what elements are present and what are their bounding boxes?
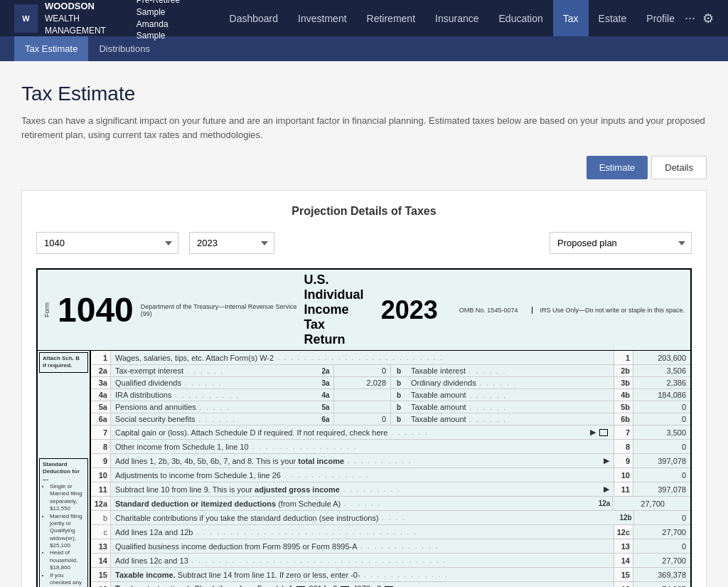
box-4a: 4a	[318, 389, 333, 401]
form-col-3b: b Ordinary dividends . . . . . . 3b 2,38…	[391, 377, 690, 388]
form-main-title: U.S. Individual Income Tax Return	[304, 273, 366, 347]
desc-9: Add lines 1, 2b, 3b, 4b, 5b, 6b, 7, and …	[111, 454, 614, 467]
form-row-5: 5a Pensions and annuities . . . . . 5a b	[91, 401, 690, 413]
box-b-6b: b	[391, 413, 407, 425]
omb-text: OMB No. 1545-0074	[459, 307, 518, 314]
form-row-12b: b Charitable contributions if you take t…	[91, 511, 690, 525]
box-5a: 5a	[318, 401, 333, 413]
year-dropdown[interactable]: 2023	[189, 232, 274, 254]
nav-right: ··· ⚙	[685, 11, 714, 26]
desc-13: Qualified business income deduction from…	[111, 539, 614, 553]
nav-investment[interactable]: Investment	[288, 0, 356, 36]
form-label-vertical: Form	[43, 302, 50, 317]
line-14: 14	[91, 554, 111, 567]
ref-5b: 5b	[614, 401, 633, 413]
box-b-2b: b	[391, 365, 407, 376]
val-5b: 0	[633, 401, 690, 413]
form-row-12c: c Add lines 12a and 12b . . . . . . . . …	[91, 525, 690, 539]
line-num-1: 1	[91, 351, 111, 364]
desc-11: Subtract line 10 from line 9. This is yo…	[111, 482, 614, 496]
desc-12a: Standard deduction or itemized deduction…	[111, 497, 596, 510]
estimate-button[interactable]: Estimate	[587, 156, 648, 179]
user-name: Pre-Retiree Sample	[136, 0, 198, 18]
desc-3a: Qualified dividends . . . . . .	[111, 377, 318, 388]
form-row-15: 15 Taxable income. Subtract line 14 from…	[91, 568, 690, 582]
page-content: Tax Estimate Taxes can have a significan…	[0, 61, 728, 587]
right-label-3b: Ordinary dividends . . . . . .	[407, 377, 614, 388]
right-label-6b: Taxable amount . . . . . .	[407, 413, 614, 425]
box-12b: 12b	[618, 511, 633, 524]
ref-12c: 12c	[614, 525, 633, 539]
desc-1: Wages, salaries, tips, etc. Attach Form(…	[111, 351, 614, 364]
ref-14: 14	[614, 554, 633, 567]
form-row-6: 6a Social security benefits . . . . . . …	[91, 413, 690, 425]
form-col-6a: 6a Social security benefits . . . . . . …	[91, 413, 391, 425]
form-col-4b: b Taxable amount . . . . . . 4b 184,086	[391, 389, 690, 401]
form-number: 1040	[58, 293, 134, 327]
desc-12c: Add lines 12a and 12b . . . . . . . . . …	[111, 525, 614, 539]
line-12a: 12a	[91, 497, 111, 510]
input-3a: 2,028	[333, 377, 390, 388]
nav-education[interactable]: Education	[489, 0, 553, 36]
input-4a	[333, 389, 390, 401]
nav-dashboard[interactable]: Dashboard	[220, 0, 289, 36]
ref-9: 9	[614, 454, 633, 467]
sub-nav-tax-estimate[interactable]: Tax Estimate	[14, 36, 88, 61]
ref-10: 10	[614, 468, 633, 482]
top-navigation: W WOODSON WEALTH MANAGEMENT Pre-Retiree …	[0, 0, 728, 36]
val-11: 397,078	[633, 482, 690, 496]
line-13: 13	[91, 539, 111, 553]
logo-letter: W	[22, 14, 29, 23]
input-6a: 0	[333, 413, 390, 425]
sub-nav-distributions[interactable]: Distributions	[88, 36, 161, 61]
form-row-12a: 12a Standard deduction or itemized deduc…	[91, 497, 690, 511]
projection-title: Projection Details of Taxes	[36, 205, 692, 218]
settings-icon[interactable]: ⚙	[702, 11, 714, 26]
line-8: 8	[91, 440, 111, 453]
desc-2a: Tax-exempt interest . . . . . .	[111, 365, 318, 376]
form-title-block: U.S. Individual Income Tax Return	[304, 273, 366, 347]
details-button[interactable]: Details	[651, 156, 707, 179]
val-7: 3,500	[633, 425, 690, 439]
form-row-8: 8 Other income from Schedule 1, line 10 …	[91, 440, 690, 454]
nav-profile[interactable]: Profile	[636, 0, 685, 36]
company-subtitle: WEALTH MANAGEMENT	[45, 13, 126, 37]
form-col-6b: b Taxable amount . . . . . . 6b 0	[391, 413, 690, 425]
line-15: 15	[91, 568, 111, 581]
form-row-1: 1 Wages, salaries, tips, etc. Attach For…	[91, 351, 690, 365]
nav-insurance[interactable]: Insurance	[425, 0, 488, 36]
attach-note: Attach Sch. B if required.	[39, 352, 88, 373]
form-col-5b: b Taxable amount . . . . . . 5b 0	[391, 401, 690, 413]
line-7: 7	[91, 425, 111, 439]
val-2b: 3,506	[633, 365, 690, 376]
plan-dropdown[interactable]: Proposed plan	[550, 232, 692, 254]
nav-tax[interactable]: Tax	[553, 0, 589, 36]
form-col-4a: 4a IRA distributions . . . . . . . . . .…	[91, 389, 391, 401]
desc-16: Tax (see instructions). Check if any fro…	[111, 582, 614, 587]
tax-form-container: Projection Details of Taxes 1040 2023 Pr…	[21, 190, 707, 587]
nav-links: Dashboard Investment Retirement Insuranc…	[220, 0, 685, 36]
left-sidebar-notes: Attach Sch. B if required. Standard Dedu…	[38, 351, 91, 587]
nav-retirement[interactable]: Retirement	[357, 0, 425, 36]
ref-3b: 3b	[614, 377, 633, 388]
form-row-7: 7 Capital gain or (loss). Attach Schedul…	[91, 425, 690, 440]
box-12a: 12a	[596, 497, 612, 510]
val-13: 0	[633, 539, 690, 553]
form-row-13: 13 Qualified business income deduction f…	[91, 539, 690, 554]
more-options-icon[interactable]: ···	[685, 11, 695, 26]
box-2a: 2a	[318, 365, 333, 376]
val-16: 74,985	[633, 582, 690, 587]
line-9: 9	[91, 454, 111, 467]
input-12a: 27,700	[612, 497, 669, 510]
sub-navigation: Tax Estimate Distributions	[0, 36, 728, 61]
ref-1: 1	[614, 351, 633, 364]
nav-estate[interactable]: Estate	[589, 0, 637, 36]
ref-2b: 2b	[614, 365, 633, 376]
box-b-3b: b	[391, 377, 407, 388]
desc-15: Taxable income. Subtract line 14 from li…	[111, 568, 614, 581]
val-15: 369,378	[633, 568, 690, 581]
form-col-2a: 2a Tax-exempt interest . . . . . . 2a 0	[91, 365, 391, 376]
form-type-dropdown[interactable]: 1040	[36, 232, 178, 254]
form-row-16: 16 Tax (see instructions). Check if any …	[91, 582, 690, 587]
desc-12b: Charitable contributions if you take the…	[111, 511, 618, 524]
